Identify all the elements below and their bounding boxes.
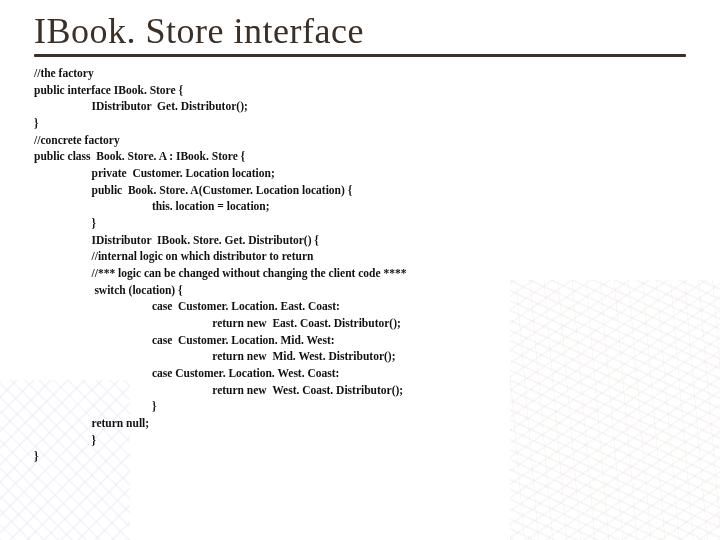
slide: IBook. Store interface //the factory pub… — [0, 0, 720, 540]
slide-title: IBook. Store interface — [34, 10, 686, 52]
title-underline — [34, 54, 686, 57]
code-block: //the factory public interface IBook. St… — [34, 65, 686, 465]
